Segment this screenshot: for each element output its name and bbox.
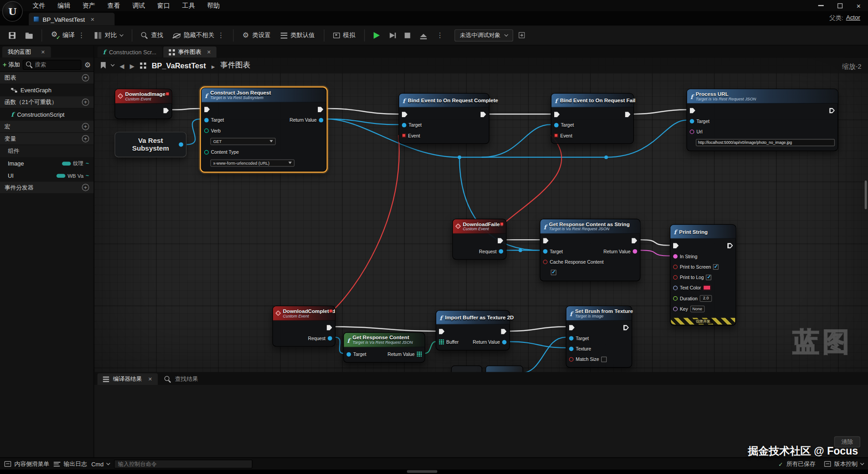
compile-options-icon[interactable] [78,31,85,39]
sidebar-row-3[interactable]: ConstructionScript [0,109,94,121]
color-swatch[interactable] [703,285,711,290]
my-blueprint-tab[interactable]: 我的蓝图 [2,47,51,57]
delegate-pin[interactable] [402,133,406,137]
tab-find-results[interactable]: 查找结果 [159,373,203,385]
node-header[interactable]: DownloadFailedCustom Event [453,219,506,234]
menu-item-1[interactable]: 编辑 [52,0,76,11]
delegate-pin[interactable] [500,222,504,226]
data-pin[interactable] [328,336,332,341]
data-pin[interactable] [673,265,678,269]
value-field[interactable]: 2.0 [700,295,712,302]
exec-pin[interactable] [163,108,169,113]
node-header[interactable]: Process URLTarget is Va Rest Request JSO… [687,89,838,104]
add-section-button[interactable]: + [82,135,89,142]
exec-pin[interactable] [554,112,560,117]
exec-pin[interactable] [543,238,548,243]
data-pin[interactable] [569,357,574,361]
delegate-pin[interactable] [329,309,333,313]
node-process-url[interactable]: Process URLTarget is Va Rest Request JSO… [686,89,838,151]
checkbox[interactable] [706,275,712,280]
exec-pin[interactable] [498,238,503,243]
breadcrumb-current[interactable]: 事件图表 [221,60,250,70]
content-drawer-button[interactable]: 内容侧滑菜单 [5,460,49,468]
node-print-string[interactable]: Print StringIn StringPrint to ScreenPrin… [670,224,736,326]
checkbox[interactable] [713,264,718,269]
add-section-button[interactable]: + [82,99,89,106]
menu-item-2[interactable]: 资产 [76,0,101,11]
menu-item-6[interactable]: 工具 [176,0,201,11]
debug-filter-icon[interactable] [519,32,525,38]
data-pin[interactable] [347,352,351,356]
exec-pin[interactable] [501,329,506,334]
node-header[interactable]: Import Buffer as Texture 2D [436,311,509,325]
sidebar-row-7[interactable]: Image纹理 [0,157,94,170]
data-pin[interactable] [673,296,678,300]
node-header[interactable]: DownloadCompletedCustom Event [273,306,335,321]
browse-button[interactable] [21,29,38,41]
class-settings-button[interactable]: 类设置 [238,28,275,42]
node-construct-json-request[interactable]: Construct Json RequestTarget is Va Rest … [201,87,326,171]
exec-pin[interactable] [690,108,695,113]
data-pin[interactable] [543,249,547,253]
frame-skip-button[interactable] [385,30,399,41]
close-panel-icon[interactable] [41,49,45,55]
chevron-down-icon[interactable] [111,62,115,66]
node-header[interactable]: Bind Event to On Request Complete [399,94,489,108]
close-tab-icon[interactable] [90,16,94,22]
data-pin[interactable] [569,336,574,341]
data-pin[interactable] [673,275,678,280]
node-get-response-content-as-string[interactable]: Get Response Content as StringTarget is … [540,219,641,281]
simulate-button[interactable]: 模拟 [329,28,360,42]
data-pin[interactable] [543,260,547,264]
save-status-button[interactable]: 所有已保存 [778,460,816,468]
node-header[interactable]: Set Brush from TextureTarget is Image [566,306,632,321]
data-pin[interactable] [204,150,209,154]
tab-construction-script[interactable]: Construction Scr... [98,47,162,57]
node-bind-event-on-request-complete[interactable]: Bind Event to On Request CompleteTargetE… [399,93,490,144]
node-download-completed[interactable]: DownloadCompletedCustom EventRequest [272,306,335,347]
data-pin[interactable] [499,249,503,253]
data-pin[interactable] [554,123,559,127]
data-pin[interactable] [402,123,406,127]
save-button[interactable] [5,29,20,41]
exec-pin[interactable] [318,107,323,112]
data-pin[interactable] [690,119,694,123]
add-section-button[interactable]: + [82,123,89,130]
sidebar-row-8[interactable]: UIWB Va [0,170,94,182]
play-options-button[interactable] [432,28,448,42]
data-pin[interactable] [690,129,694,134]
text-input[interactable]: http://localhost:5000/api/v0/image/photo… [696,139,835,146]
menu-item-0[interactable]: 文件 [27,0,52,11]
delegate-pin[interactable] [554,133,558,137]
hide-unrelated-options-icon[interactable] [217,31,224,39]
data-pin[interactable] [633,249,637,253]
find-button[interactable]: 查找 [137,28,168,42]
sidebar-row-2[interactable]: 函数（21个可重载）+ [0,96,94,109]
node-download-failed[interactable]: DownloadFailedCustom EventRequest [452,219,506,260]
data-pin[interactable] [673,254,678,258]
node-header[interactable]: Bind Event to On Request Fail [552,94,633,108]
node-partial-node-b[interactable] [486,365,523,372]
node-set-brush-from-texture[interactable]: Set Brush from TextureTarget is ImageTar… [566,306,632,368]
breadcrumb-root[interactable]: BP_VaRestTest [151,61,206,69]
source-control-button[interactable]: 版本控制 [824,460,863,468]
menu-item-5[interactable]: 窗口 [151,0,176,11]
exec-pin[interactable] [623,325,629,330]
exec-pin[interactable] [481,112,486,117]
blueprint-search[interactable] [23,60,81,70]
console-command-input[interactable] [114,460,252,469]
exec-pin[interactable] [439,329,444,334]
node-header[interactable]: Construct Json RequestTarget is Va Rest … [202,88,326,103]
sidebar-row-5[interactable]: 变量+ [0,133,94,145]
data-pin[interactable] [204,128,209,133]
close-tab-icon[interactable] [207,49,211,55]
close-tab-icon[interactable] [148,376,152,382]
node-bind-event-on-request-fail[interactable]: Bind Event to On Request FailTargetEvent [551,93,634,144]
data-pin[interactable] [502,340,507,344]
dropdown[interactable]: x-www-form-urlencoded (URL) [210,159,294,166]
event-graph-canvas[interactable]: DownloadImageCustom EventVa RestSubsyste… [94,57,868,372]
exec-pin[interactable] [632,238,637,243]
exec-pin[interactable] [204,107,210,112]
exec-pin[interactable] [829,108,835,113]
tab-compiler-results[interactable]: 编译器结果 [98,373,158,385]
